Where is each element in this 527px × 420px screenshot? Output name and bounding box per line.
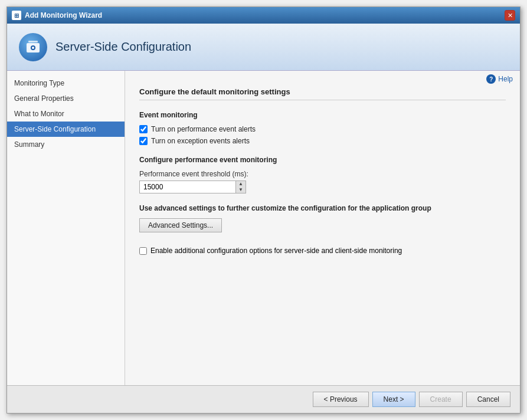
sidebar-item-server-side-config[interactable]: Server-Side Configuration (7, 122, 125, 137)
spinbox-buttons: ▲ ▼ (235, 181, 246, 193)
content-area: Configure the default monitoring setting… (125, 87, 520, 385)
sidebar: Monitoring Type General Properties What … (7, 71, 125, 385)
exception-alerts-label[interactable]: Turn on exception events alerts (151, 137, 250, 145)
sidebar-item-what-to-monitor[interactable]: What to Monitor (7, 106, 125, 122)
sidebar-item-summary[interactable]: Summary (7, 137, 125, 152)
spinbox-up-button[interactable]: ▲ (236, 181, 246, 187)
title-bar-left: ⊞ Add Monitoring Wizard (12, 11, 102, 20)
event-monitoring-title: Event monitoring (139, 111, 506, 119)
next-button[interactable]: Next > (372, 392, 415, 407)
threshold-label: Performance event threshold (ms): (139, 170, 506, 178)
section-title: Configure the default monitoring setting… (139, 87, 506, 100)
enable-options-checkbox[interactable] (139, 247, 147, 255)
perf-event-title: Configure performance event monitoring (139, 156, 506, 164)
svg-rect-1 (28, 41, 38, 42)
main-window: ⊞ Add Monitoring Wizard ✕ Server-Side Co… (6, 6, 521, 414)
sidebar-item-general-properties[interactable]: General Properties (7, 91, 125, 106)
performance-alerts-checkbox[interactable] (139, 125, 148, 133)
checkbox-row-performance: Turn on performance event alerts (139, 125, 506, 133)
advanced-settings-button[interactable]: Advanced Settings... (139, 218, 222, 232)
sidebar-item-monitoring-type[interactable]: Monitoring Type (7, 76, 125, 91)
footer: < Previous Next > Create Cancel (7, 385, 520, 413)
main-content: ? Help Configure the default monitoring … (125, 71, 520, 385)
cancel-button[interactable]: Cancel (466, 392, 510, 407)
previous-button[interactable]: < Previous (313, 392, 369, 407)
header-icon (19, 33, 47, 61)
exception-alerts-checkbox[interactable] (139, 137, 148, 145)
advanced-description: Use advanced settings to further customi… (139, 204, 506, 212)
body: Monitoring Type General Properties What … (7, 71, 520, 385)
close-button[interactable]: ✕ (505, 10, 515, 21)
title-bar: ⊞ Add Monitoring Wizard ✕ (7, 7, 520, 24)
help-label: Help (498, 75, 513, 83)
enable-options-label[interactable]: Enable additional configuration options … (150, 247, 402, 255)
help-bar: ? Help (125, 71, 520, 87)
threshold-spinbox: ▲ ▼ (139, 181, 234, 193)
window-title: Add Monitoring Wizard (25, 11, 102, 19)
svg-point-3 (32, 47, 34, 49)
enable-options-row: Enable additional configuration options … (139, 247, 506, 255)
threshold-input[interactable] (139, 181, 235, 193)
performance-alerts-label[interactable]: Turn on performance event alerts (151, 125, 256, 133)
header-title: Server-Side Configuration (55, 40, 191, 54)
window-icon: ⊞ (12, 11, 21, 20)
spinbox-down-button[interactable]: ▼ (236, 187, 246, 193)
create-button[interactable]: Create (419, 392, 463, 407)
header-band: Server-Side Configuration (7, 24, 520, 71)
checkbox-row-exception: Turn on exception events alerts (139, 137, 506, 145)
help-icon: ? (486, 74, 496, 84)
help-link[interactable]: ? Help (486, 74, 513, 84)
